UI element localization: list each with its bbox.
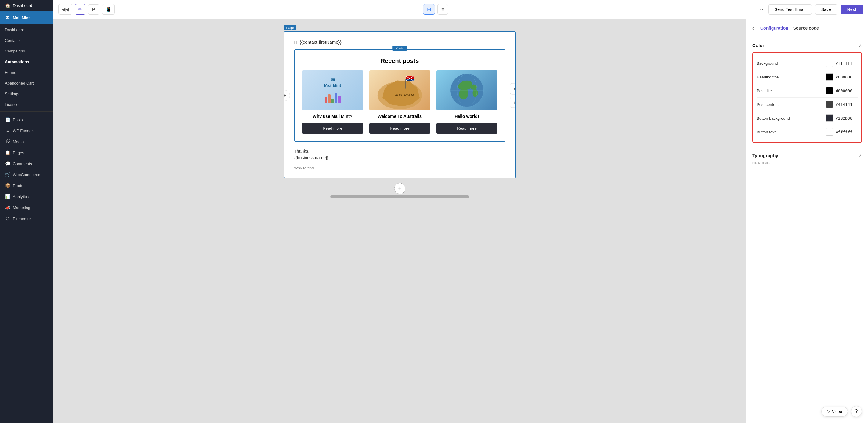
color-swatch-post-content[interactable] (826, 101, 833, 108)
video-icon: ▷ (827, 409, 830, 414)
post-card-1: ✉ Mail Mint (302, 70, 363, 134)
read-more-button-1[interactable]: Read more (302, 123, 363, 134)
svg-point-12 (470, 85, 477, 90)
mailmint-logo-text: Mail Mint (324, 83, 341, 88)
copy-button[interactable]: ⧉ (510, 97, 516, 108)
sidebar-item-posts[interactable]: 📄 Posts (0, 114, 54, 125)
grid-view-button[interactable]: ⊞ (423, 4, 435, 14)
sidebar-item-comments[interactable]: 💬 Comments (0, 158, 54, 169)
topbar: ◀◀ ✏ 🖥 📱 ⊞ ≡ ··· Send Test Email Save Ne… (54, 0, 868, 19)
sidebar-mail-mint-items: Dashboard Contacts Campaigns Automations… (0, 24, 54, 110)
color-row-post-content: Post content #414141 (756, 98, 858, 112)
chart-container (325, 91, 341, 103)
mail-mint-icon: ✉ (5, 15, 10, 20)
sidebar-item-analytics[interactable]: 📊 Analytics (0, 191, 54, 202)
read-more-button-2[interactable]: Read more (369, 123, 430, 134)
sidebar-item-campaigns[interactable]: Campaigns (0, 46, 54, 57)
add-block-left-button[interactable]: + (284, 90, 290, 101)
color-value-heading-title: #000000 (836, 75, 858, 79)
canvas-wrapper[interactable]: Page Hi {{contact.firstName}}, Posts + (54, 19, 746, 423)
email-container: Hi {{contact.firstName}}, Posts + ↩ ⧉ (284, 31, 516, 178)
sidebar-item-pages[interactable]: 📋 Pages (0, 147, 54, 158)
sidebar-mail-mint-label: Mail Mint (13, 16, 30, 20)
color-swatch-post-title[interactable] (826, 87, 833, 94)
color-collapse-button[interactable]: ∧ (859, 43, 862, 48)
main-wrapper: ◀◀ ✏ 🖥 📱 ⊞ ≡ ··· Send Test Email Save Ne… (54, 0, 868, 423)
sidebar-item-settings[interactable]: Settings (0, 89, 54, 99)
typography-collapse-button[interactable]: ∧ (859, 153, 862, 158)
sidebar-item-automations[interactable]: Automations (0, 57, 54, 67)
color-settings-box: Background #ffffff Heading title #000000 (752, 52, 862, 143)
color-input-post-content: #414141 (826, 101, 858, 108)
save-button[interactable]: Save (815, 4, 837, 14)
sidebar-item-elementor[interactable]: ⬡ Elementor (0, 213, 54, 224)
help-button[interactable]: ? (851, 406, 862, 417)
post-card-3: Hello world! Read more (436, 70, 497, 134)
sidebar-marketing-text: Marketing (13, 205, 30, 210)
posts-block: Recent posts ✉ Mail Mint (294, 50, 505, 142)
sidebar-item-media[interactable]: 🖼 Media (0, 136, 54, 147)
color-swatch-heading-title[interactable] (826, 73, 833, 81)
color-value-post-title: #000000 (836, 89, 858, 93)
scroll-thumb (330, 195, 469, 199)
email-body: Hi {{contact.firstName}}, Posts + ↩ ⧉ (284, 32, 515, 178)
color-section: Color ∧ Background #ffffff Heading (746, 38, 868, 148)
color-value-button-background: #2B2D38 (836, 116, 858, 121)
sidebar-item-dashboard[interactable]: Dashboard (0, 24, 54, 35)
canvas-scroll[interactable] (284, 195, 516, 199)
undo-button[interactable]: ↩ (510, 83, 516, 95)
sidebar-pages-text: Pages (13, 150, 24, 155)
sidebar-campaigns-text: Campaigns (5, 49, 25, 53)
color-swatch-button-text[interactable] (826, 128, 833, 135)
post-card-2: AUSTRALIA Welcome To Australia Read more (369, 70, 430, 134)
tab-source-code[interactable]: Source code (793, 24, 819, 32)
sidebar-dashboard-label: Dashboard (13, 3, 32, 8)
sidebar-item-woocommerce[interactable]: 🛒 WooCommerce (0, 169, 54, 180)
add-block-button[interactable]: + (394, 183, 405, 194)
undo-redo-buttons: ↩ ⧉ (510, 83, 516, 108)
read-more-button-3[interactable]: Read more (436, 123, 497, 134)
more-options-button[interactable]: ··· (756, 4, 765, 14)
world-map-svg (436, 70, 497, 110)
list-view-button[interactable]: ≡ (437, 4, 448, 14)
sidebar-dashboard-text: Dashboard (5, 27, 24, 32)
posts-icon: 📄 (5, 117, 10, 122)
dashboard-icon: 🏠 (5, 3, 10, 8)
color-label-post-title: Post title (756, 89, 772, 93)
sidebar-item-forms[interactable]: Forms (0, 67, 54, 78)
color-section-header: Color ∧ (752, 43, 862, 48)
color-row-background: Background #ffffff (756, 57, 858, 70)
color-swatch-background[interactable] (826, 60, 833, 67)
desktop-button[interactable]: 🖥 (88, 4, 99, 14)
sidebar-forms-text: Forms (5, 70, 16, 75)
sidebar-mail-mint[interactable]: ✉ Mail Mint (0, 11, 54, 24)
post-image-3 (436, 70, 497, 110)
sidebar-item-wp-funnels[interactable]: ≡ WP Funnels (0, 125, 54, 136)
sidebar-products-text: Products (13, 183, 28, 188)
australia-map-svg: AUSTRALIA (369, 70, 430, 110)
color-swatch-button-background[interactable] (826, 115, 833, 122)
send-test-email-button[interactable]: Send Test Email (768, 4, 812, 14)
next-button[interactable]: Next (840, 5, 863, 14)
panel-back-button[interactable]: ‹ (751, 24, 755, 33)
color-label-heading-title: Heading title (756, 75, 779, 79)
content-area: Page Hi {{contact.firstName}}, Posts + (54, 19, 868, 423)
sidebar-settings-text: Settings (5, 92, 19, 96)
sidebar-plugin-items: 📄 Posts ≡ WP Funnels 🖼 Media 📋 Pages 💬 C… (0, 113, 54, 224)
sidebar-item-marketing[interactable]: 📣 Marketing (0, 202, 54, 213)
sidebar-automations-text: Automations (5, 60, 29, 64)
topbar-center: ⊞ ≡ (118, 4, 753, 14)
edit-button[interactable]: ✏ (75, 4, 86, 14)
topbar-left: ◀◀ ✏ 🖥 📱 (58, 4, 115, 14)
color-input-post-title: #000000 (826, 87, 858, 94)
back-button[interactable]: ◀◀ (58, 4, 72, 14)
tab-configuration[interactable]: Configuration (760, 24, 788, 32)
sidebar-item-products[interactable]: 📦 Products (0, 180, 54, 191)
sidebar-wp-dashboard[interactable]: 🏠 Dashboard (0, 0, 54, 11)
sidebar-comments-text: Comments (13, 161, 32, 166)
sidebar-item-abandoned-cart[interactable]: Abandoned Cart (0, 78, 54, 89)
video-button[interactable]: ▷ Video (821, 406, 848, 417)
mobile-button[interactable]: 📱 (102, 4, 115, 14)
sidebar-item-licence[interactable]: Licence (0, 99, 54, 110)
sidebar-item-contacts[interactable]: Contacts (0, 35, 54, 46)
